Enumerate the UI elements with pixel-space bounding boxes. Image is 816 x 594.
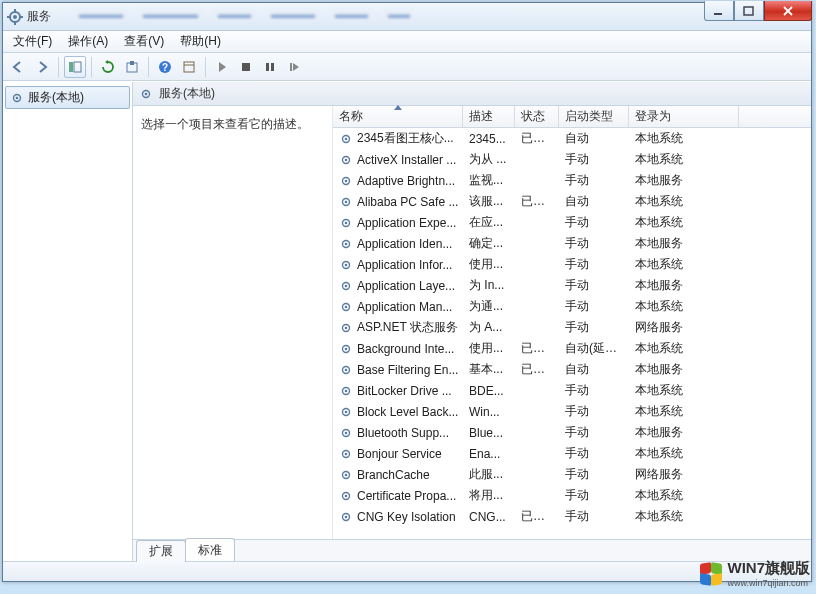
- menu-action[interactable]: 操作(A): [62, 31, 114, 52]
- cell-name: BitLocker Drive ...: [333, 384, 463, 398]
- tree-root-services[interactable]: 服务(本地): [5, 86, 130, 109]
- maximize-button[interactable]: [734, 1, 764, 21]
- gear-icon: [339, 342, 353, 356]
- menu-file[interactable]: 文件(F): [7, 31, 58, 52]
- service-name: Bluetooth Supp...: [357, 426, 449, 440]
- service-row[interactable]: Bluetooth Supp...Blue...手动本地服务: [333, 422, 811, 443]
- gear-icon: [139, 87, 153, 101]
- refresh-button[interactable]: [97, 56, 119, 78]
- restart-service-button[interactable]: [283, 56, 305, 78]
- cell-name: Application Expe...: [333, 216, 463, 230]
- cell-logon: 本地服务: [629, 361, 739, 378]
- cell-desc: 此服...: [463, 466, 515, 483]
- cell-logon: 本地系统: [629, 445, 739, 462]
- service-name: Application Infor...: [357, 258, 452, 272]
- cell-logon: 网络服务: [629, 319, 739, 336]
- cell-startup: 手动: [559, 172, 629, 189]
- cell-name: Certificate Propa...: [333, 489, 463, 503]
- service-row[interactable]: 2345看图王核心...2345...已启动自动本地系统: [333, 128, 811, 149]
- gear-icon: [339, 279, 353, 293]
- gear-icon: [339, 258, 353, 272]
- cell-desc: 为 A...: [463, 319, 515, 336]
- properties-button[interactable]: [178, 56, 200, 78]
- cell-name: Background Inte...: [333, 342, 463, 356]
- service-row[interactable]: ActiveX Installer ...为从 ...手动本地系统: [333, 149, 811, 170]
- title-bar: 服务 ▬▬▬▬▬▬▬▬▬▬▬▬▬▬▬▬▬▬▬▬▬: [3, 3, 811, 31]
- tab-extended[interactable]: 扩展: [136, 540, 186, 562]
- col-header-desc[interactable]: 描述: [463, 106, 515, 127]
- description-pane: 选择一个项目来查看它的描述。: [133, 106, 333, 539]
- service-name: Alibaba PC Safe ...: [357, 195, 458, 209]
- service-row[interactable]: Alibaba PC Safe ...该服...已启动自动本地系统: [333, 191, 811, 212]
- cell-name: Bluetooth Supp...: [333, 426, 463, 440]
- service-row[interactable]: Block Level Back...Win...手动本地系统: [333, 401, 811, 422]
- svg-point-30: [345, 179, 348, 182]
- service-row[interactable]: BitLocker Drive ...BDE...手动本地系统: [333, 380, 811, 401]
- service-row[interactable]: CNG Key IsolationCNG...已启动手动本地系统: [333, 506, 811, 527]
- pause-service-button[interactable]: [259, 56, 281, 78]
- svg-rect-20: [290, 63, 292, 71]
- back-button[interactable]: [7, 56, 29, 78]
- list-rows[interactable]: 2345看图王核心...2345...已启动自动本地系统ActiveX Inst…: [333, 128, 811, 539]
- gear-icon: [339, 510, 353, 524]
- service-row[interactable]: Bonjour ServiceEna...手动本地系统: [333, 443, 811, 464]
- col-header-status[interactable]: 状态: [515, 106, 559, 127]
- cell-startup: 自动: [559, 361, 629, 378]
- col-header-logon[interactable]: 登录为: [629, 106, 739, 127]
- start-service-button[interactable]: [211, 56, 233, 78]
- cell-desc: 为从 ...: [463, 151, 515, 168]
- service-row[interactable]: Adaptive Brightn...监视...手动本地服务: [333, 170, 811, 191]
- menu-bar: 文件(F) 操作(A) 查看(V) 帮助(H): [3, 31, 811, 53]
- service-row[interactable]: Application Iden...确定...手动本地服务: [333, 233, 811, 254]
- svg-point-22: [16, 96, 19, 99]
- svg-point-1: [13, 15, 17, 19]
- col-header-startup[interactable]: 启动类型: [559, 106, 629, 127]
- cell-logon: 本地系统: [629, 382, 739, 399]
- help-button[interactable]: ?: [154, 56, 176, 78]
- status-bar: [3, 561, 811, 581]
- cell-logon: 本地服务: [629, 235, 739, 252]
- service-row[interactable]: Certificate Propa...将用...手动本地系统: [333, 485, 811, 506]
- gear-icon: [339, 468, 353, 482]
- cell-startup: 手动: [559, 256, 629, 273]
- cell-name: CNG Key Isolation: [333, 510, 463, 524]
- svg-point-46: [345, 347, 348, 350]
- service-row[interactable]: BranchCache此服...手动网络服务: [333, 464, 811, 485]
- pane-header-title: 服务(本地): [159, 85, 215, 102]
- cell-logon: 本地系统: [629, 298, 739, 315]
- cell-desc: 使用...: [463, 256, 515, 273]
- cell-startup: 手动: [559, 319, 629, 336]
- toolbar-separator: [205, 57, 206, 77]
- stop-service-button[interactable]: [235, 56, 257, 78]
- cell-name: 2345看图王核心...: [333, 130, 463, 147]
- cell-logon: 网络服务: [629, 466, 739, 483]
- service-row[interactable]: Application Man...为通...手动本地系统: [333, 296, 811, 317]
- export-button[interactable]: [121, 56, 143, 78]
- tab-standard[interactable]: 标准: [185, 538, 235, 561]
- menu-view[interactable]: 查看(V): [118, 31, 170, 52]
- service-row[interactable]: Application Laye...为 In...手动本地服务: [333, 275, 811, 296]
- service-row[interactable]: ASP.NET 状态服务为 A...手动网络服务: [333, 317, 811, 338]
- minimize-button[interactable]: [704, 1, 734, 21]
- cell-name: Bonjour Service: [333, 447, 463, 461]
- col-header-name[interactable]: 名称: [333, 106, 463, 127]
- close-button[interactable]: [764, 1, 812, 21]
- cell-desc: 为通...: [463, 298, 515, 315]
- service-row[interactable]: Application Expe...在应...手动本地系统: [333, 212, 811, 233]
- svg-point-50: [345, 389, 348, 392]
- svg-point-54: [345, 431, 348, 434]
- cell-desc: 为 In...: [463, 277, 515, 294]
- show-hide-tree-button[interactable]: [64, 56, 86, 78]
- service-row[interactable]: Base Filtering En...基本...已启动自动本地服务: [333, 359, 811, 380]
- forward-button[interactable]: [31, 56, 53, 78]
- background-tabs: ▬▬▬▬▬▬▬▬▬▬▬▬▬▬▬▬▬▬▬▬▬: [73, 7, 416, 21]
- cell-name: ActiveX Installer ...: [333, 153, 463, 167]
- toolbar-separator: [58, 57, 59, 77]
- gear-icon: [339, 426, 353, 440]
- cell-logon: 本地服务: [629, 277, 739, 294]
- service-row[interactable]: Application Infor...使用...手动本地系统: [333, 254, 811, 275]
- service-row[interactable]: Background Inte...使用...已启动自动(延迟...本地系统: [333, 338, 811, 359]
- svg-rect-19: [271, 63, 274, 71]
- menu-help[interactable]: 帮助(H): [174, 31, 227, 52]
- svg-point-26: [345, 137, 348, 140]
